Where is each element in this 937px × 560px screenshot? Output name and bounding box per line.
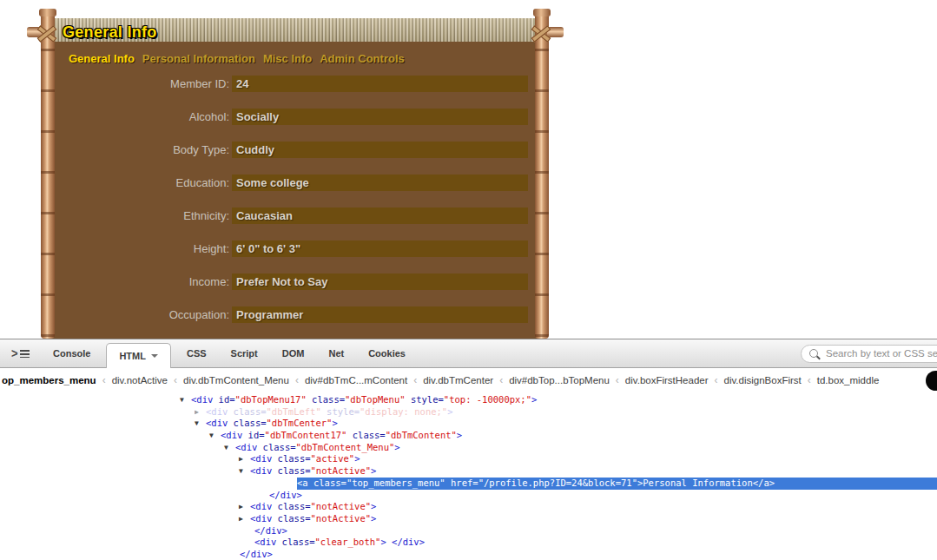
breadcrumb-item[interactable]: div.boxFirstHeader <box>625 375 709 385</box>
tag-token: </div> <box>269 490 302 500</box>
attribute-value: "dbTopMenu" <box>345 394 406 405</box>
breadcrumb-item[interactable]: div.disignBoxFirst <box>724 375 802 385</box>
tree-node[interactable]: ▶<div class="dbTmLeft" style="display: n… <box>169 406 937 418</box>
tab-script[interactable]: Script <box>219 340 270 367</box>
collapse-icon[interactable]: ▼ <box>209 430 221 442</box>
tree-node[interactable]: ▼<div class="dbTmCenter"> <box>169 418 937 430</box>
tree-node[interactable]: </div> <box>169 525 937 537</box>
attribute-name: class= <box>263 442 296 452</box>
breadcrumb-item[interactable]: div#dbTop...bTopMenu <box>509 375 610 385</box>
breadcrumb-item[interactable]: td.box_middle <box>817 375 880 385</box>
tree-node[interactable]: <div class="clear_both"> </div> <box>169 537 937 549</box>
field-value-bar: Prefer Not to Say <box>232 273 528 290</box>
attribute-value: "notActive" <box>311 513 372 524</box>
field-value-bar: Caucasian <box>232 208 528 224</box>
tag-token: <div <box>235 442 263 452</box>
breadcrumb-item[interactable]: div.notActive <box>112 375 168 385</box>
field-value: Prefer Not to Say <box>232 275 327 288</box>
attribute-name: style= <box>327 406 360 417</box>
search-input[interactable] <box>824 347 937 359</box>
tag-token: </div> <box>254 525 287 536</box>
tree-node-markup: <a class="top_members_menu" href="/profi… <box>297 478 937 490</box>
collapse-icon[interactable]: ▼ <box>180 394 191 406</box>
tag-token: > <box>457 430 462 440</box>
expand-icon[interactable]: ▶ <box>239 501 250 513</box>
attribute-value: "notActive" <box>311 465 372 476</box>
field-value: Cuddly <box>232 143 274 156</box>
tab-console[interactable]: Console <box>41 340 102 367</box>
attribute-name: class= <box>313 478 346 488</box>
attribute-value: "top_members_menu" <box>346 478 445 488</box>
field-value-bar: Some college <box>232 175 528 191</box>
search-box[interactable] <box>801 345 937 363</box>
tree-node-markup: </div> <box>269 490 937 502</box>
profile-tab-admin-controls[interactable]: Admin Controls <box>320 52 405 65</box>
tab-cookies[interactable]: Cookies <box>356 340 418 367</box>
breadcrumb-item[interactable]: div#dbTmC...mContent <box>305 375 407 385</box>
attribute-name: href= <box>451 478 478 488</box>
tree-node-selected[interactable]: <a class="top_members_menu" href="/profi… <box>169 478 937 490</box>
field-row: Income:Prefer Not to Say <box>68 273 528 290</box>
attribute-value: "clear_both" <box>315 537 381 547</box>
field-value-bar: Socially <box>232 109 528 125</box>
tree-node-markup: <div class="dbTmContent_Menu"> <box>235 442 937 454</box>
tree-node[interactable]: ▼<div class="dbTmContent_Menu"> <box>169 442 937 454</box>
breadcrumb-item[interactable]: op_members_menu <box>2 375 96 385</box>
expand-icon[interactable]: ▶ <box>195 406 206 418</box>
tag-token: > <box>371 513 376 524</box>
profile-tab-personal-information[interactable]: Personal Information <box>142 52 255 65</box>
tag-token: > <box>371 465 376 476</box>
tree-node-markup: <div class="notActive"> <box>250 465 937 478</box>
tree-node[interactable]: ▼<div id="dbTmContent17" class="dbTmCont… <box>169 430 937 442</box>
attribute-name: class= <box>234 406 267 417</box>
tab-css[interactable]: CSS <box>175 340 219 367</box>
tree-node-markup: <div id="dbTmContent17" class="dbTmConte… <box>221 430 937 442</box>
text-node: Personal Information <box>643 478 752 488</box>
breadcrumb-item[interactable]: div.dbTmContent_Menu <box>183 375 289 385</box>
attribute-value: "top: -10000px;" <box>444 394 531 405</box>
tag-token: </div> <box>240 549 273 559</box>
attribute-value: "notActive" <box>311 501 372 511</box>
tab-dom[interactable]: DOM <box>270 340 317 367</box>
tree-node[interactable]: ▶<div class="notActive"> <box>169 513 937 525</box>
collapse-icon[interactable]: ▼ <box>224 442 235 454</box>
tag-token: <div <box>221 430 248 440</box>
tag-token: <a <box>297 478 313 488</box>
firebug-menu-icon[interactable]: > <box>11 347 34 360</box>
tag-token: > <box>380 537 392 547</box>
field-label: Education: <box>68 176 232 189</box>
page-background: General Info General InfoPersonal Inform… <box>0 0 937 560</box>
field-row: Ethnicity:Caucasian <box>68 208 528 224</box>
attribute-name: class= <box>312 394 345 405</box>
collapse-icon[interactable]: ▼ <box>239 465 250 478</box>
prompt-chevron-icon: > <box>11 346 18 361</box>
tree-node-markup: <div class="notActive"> <box>250 501 937 513</box>
field-row: Height:6' 0" to 6' 3" <box>68 240 528 257</box>
field-label: Income: <box>68 275 232 288</box>
tree-node[interactable]: ▼<div id="dbTopMenu17" class="dbTopMenu"… <box>169 394 937 406</box>
field-value-bar: 6' 0" to 6' 3" <box>232 240 528 257</box>
tree-node[interactable]: ▶<div class="notActive"> <box>169 501 937 513</box>
profile-tab-general-info[interactable]: General Info <box>69 52 135 65</box>
expand-icon[interactable]: ▶ <box>239 513 250 525</box>
profile-fields: Member ID:24Alcohol:SociallyBody Type:Cu… <box>68 76 528 339</box>
field-row: Occupation:Programmer <box>68 306 528 323</box>
chevron-down-icon[interactable] <box>151 354 158 358</box>
breadcrumb-item[interactable]: div.dbTmCenter <box>423 375 493 385</box>
tree-node-markup: </div> <box>254 525 937 537</box>
profile-tab-misc-info[interactable]: Misc Info <box>263 52 312 65</box>
tab-net[interactable]: Net <box>316 340 356 367</box>
tree-node-markup: <div id="dbTopMenu17" class="dbTopMenu" … <box>191 394 937 406</box>
field-value: 24 <box>232 77 248 90</box>
tree-node[interactable]: </div> <box>169 549 937 560</box>
tab-html[interactable]: HTML <box>106 343 171 368</box>
tree-node[interactable]: ▼<div class="notActive"> <box>169 465 937 478</box>
collapse-icon[interactable]: ▼ <box>195 418 206 430</box>
expand-icon[interactable]: ▶ <box>239 453 250 465</box>
tree-node-markup: </div> <box>240 549 937 560</box>
tree-node[interactable]: </div> <box>169 490 937 502</box>
attribute-name: class= <box>282 537 315 547</box>
tag-token: > <box>354 453 360 464</box>
tree-node[interactable]: ▶<div class="active"> <box>169 453 937 465</box>
tree-node-markup: <div class="active"> <box>250 453 937 465</box>
